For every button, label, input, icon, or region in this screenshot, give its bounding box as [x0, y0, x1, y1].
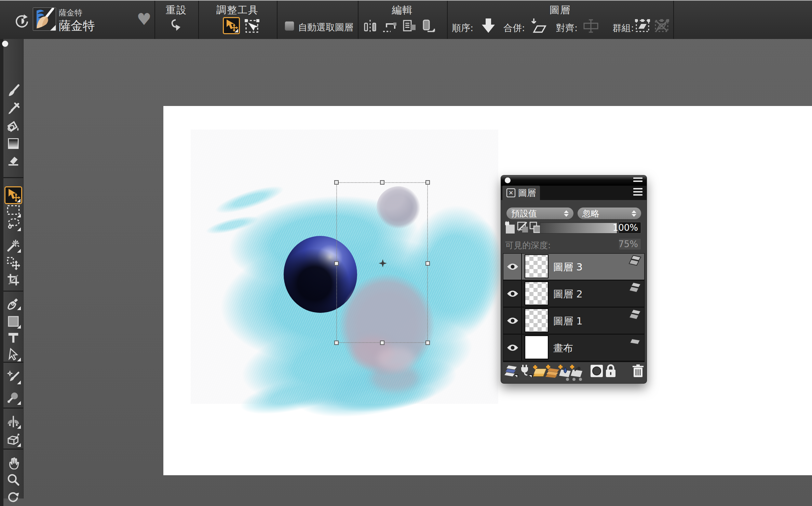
layer-name[interactable]: 畫布 [553, 335, 573, 361]
new-liquid-ink-layer-button[interactable] [569, 364, 583, 378]
row-divider [521, 335, 522, 361]
composite-depth-icon[interactable] [529, 221, 541, 234]
lock-layer-button[interactable] [605, 364, 617, 378]
reset-tool-icon[interactable] [169, 18, 185, 34]
eraser-tool[interactable] [5, 152, 22, 168]
selection-handle-se[interactable] [425, 341, 430, 345]
auto-select-layer-checkbox[interactable] [285, 21, 294, 31]
transform-mode-button[interactable] [244, 18, 260, 34]
selection-handle-w[interactable] [334, 261, 339, 266]
layer-preset-dropdown[interactable]: 預設值 [506, 208, 573, 219]
layer-order-icon[interactable] [481, 17, 496, 34]
visibility-eye-icon[interactable] [507, 290, 518, 297]
row-divider [521, 281, 522, 307]
layer-preset-value: 預設值 [511, 208, 537, 219]
toolbar-divider [673, 1, 674, 39]
selection-handle-sw[interactable] [334, 341, 339, 345]
layer-thumbnail[interactable] [525, 308, 549, 332]
new-layer-mask-button[interactable] [590, 364, 604, 378]
layer-group-label: 群組: [612, 22, 634, 34]
pen-tool[interactable] [5, 295, 22, 311]
auto-select-layer-label: 自動選取圖層 [298, 21, 353, 34]
layer-type-icon [628, 282, 641, 293]
group-layers-icon[interactable] [634, 17, 651, 34]
perspective-tool[interactable] [5, 432, 22, 448]
layer-row-2[interactable]: 圖層 2 [503, 281, 644, 307]
toolbox-divider [3, 291, 23, 292]
brush-variant-label[interactable]: 薩金特 [59, 18, 95, 34]
magnifier-tool[interactable] [5, 472, 22, 488]
lasso-tool[interactable] [5, 216, 22, 232]
fx-brush-tool[interactable] [5, 369, 22, 385]
flyout-triangle [17, 227, 21, 231]
brush-tool[interactable] [5, 83, 22, 99]
edit-flip-icon[interactable] [362, 18, 378, 34]
crop-tool[interactable] [5, 272, 22, 288]
panel-menu-icon[interactable] [633, 177, 642, 182]
selection-handle-nw[interactable] [334, 180, 339, 185]
layer-thumbnail[interactable] [525, 254, 549, 278]
panel-close-button[interactable] [505, 177, 511, 183]
delete-layer-button[interactable] [632, 364, 644, 378]
eyedropper-tool[interactable] [5, 101, 22, 117]
toolbox [3, 39, 24, 498]
selection-center-mark[interactable] [379, 259, 387, 267]
magic-wand-tool[interactable] [5, 238, 22, 253]
selection-handle-ne[interactable] [425, 180, 430, 185]
visibility-eye-icon[interactable] [507, 263, 518, 270]
selection-handle-n[interactable] [380, 180, 384, 185]
gradient-tool[interactable] [5, 136, 22, 151]
layer-merge-icon[interactable] [529, 17, 547, 34]
layer-thumbnail[interactable] [525, 281, 549, 305]
shape-select-tool[interactable] [5, 346, 22, 362]
layer-name[interactable]: 圖層 2 [553, 281, 583, 307]
selection-handle-e[interactable] [425, 261, 430, 266]
layer-name[interactable]: 圖層 1 [553, 308, 583, 334]
paint-bucket-tool[interactable] [5, 119, 22, 134]
layers-section-label: 圖層 [447, 3, 673, 17]
panel-resize-dots[interactable] [501, 378, 647, 381]
visibility-eye-icon[interactable] [507, 317, 518, 324]
layer-commands-icon[interactable] [504, 364, 518, 378]
opacity-slider[interactable] [540, 223, 617, 234]
composite-method-dropdown[interactable]: 忽略 [578, 208, 641, 219]
panel-tab-strip: ✕ 圖層 [501, 186, 647, 200]
toolbox-divider [3, 177, 23, 178]
mirror-paint-tool[interactable] [5, 414, 22, 429]
selection-handle-s[interactable] [380, 341, 384, 345]
canvas-thumbnail[interactable] [525, 335, 549, 359]
visibility-eye-icon[interactable] [507, 344, 518, 351]
toolbar-divider [277, 1, 278, 39]
preserve-transparency-icon[interactable] [504, 221, 517, 234]
panel-titlebar[interactable] [501, 175, 647, 186]
layers-options-menu-icon[interactable] [633, 188, 642, 196]
favorite-heart-icon[interactable]: ♥ [137, 11, 151, 27]
dab-tool[interactable] [5, 390, 22, 405]
ungroup-layers-icon[interactable] [653, 17, 670, 34]
opacity-value[interactable]: 100% [619, 222, 641, 234]
visible-depth-value: 75% [619, 238, 641, 250]
edit-paste-icon[interactable] [421, 18, 436, 34]
tab-layers[interactable]: ✕ 圖層 [502, 186, 540, 200]
pickup-underlying-color-icon[interactable] [517, 221, 529, 234]
selection-adjuster-tool[interactable] [5, 255, 22, 271]
edit-transform-icon[interactable] [382, 18, 397, 34]
layer-name[interactable]: 圖層 3 [553, 254, 583, 280]
new-layer-button[interactable] [532, 364, 547, 378]
rect-shape-tool[interactable] [5, 314, 22, 329]
reset-brush-icon[interactable] [14, 13, 29, 29]
grabber-hand-tool[interactable] [5, 455, 22, 470]
toolbox-drag-handle[interactable] [2, 41, 8, 47]
brush-variant-thumbnail[interactable] [33, 8, 56, 31]
layer-row-3[interactable]: 圖層 3 [503, 254, 644, 280]
close-tab-icon[interactable]: ✕ [506, 188, 515, 197]
rotate-page-tool[interactable] [5, 489, 22, 505]
flyout-triangle [17, 425, 21, 429]
layer-align-icon[interactable] [582, 19, 600, 33]
dynamic-plugins-icon[interactable] [519, 364, 532, 378]
layer-row-canvas[interactable]: 畫布 [503, 335, 644, 361]
text-tool[interactable] [5, 330, 22, 346]
layer-row-1[interactable]: 圖層 1 [503, 308, 644, 334]
edit-copy-icon[interactable] [401, 18, 417, 34]
layer-adjuster-mode-button[interactable] [223, 17, 240, 34]
